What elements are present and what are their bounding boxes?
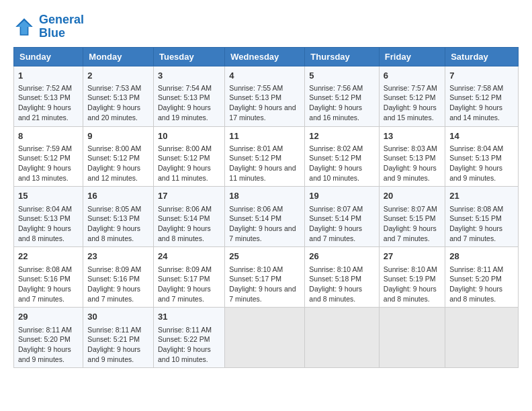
sunrise-label: Sunrise: 8:04 AM xyxy=(18,205,72,213)
day-number: 28 xyxy=(449,250,514,263)
sunset-label: Sunset: 5:13 PM xyxy=(18,214,71,222)
calendar-cell: 6Sunrise: 7:57 AMSunset: 5:12 PMDaylight… xyxy=(379,66,445,126)
day-number: 31 xyxy=(158,311,220,323)
sunrise-label: Sunrise: 8:05 AM xyxy=(87,205,141,213)
daylight-label: Daylight: 9 hours and 8 minutes. xyxy=(449,285,502,303)
sunrise-label: Sunrise: 7:58 AM xyxy=(449,84,503,92)
calendar-cell xyxy=(225,308,305,368)
day-number: 25 xyxy=(229,250,300,263)
daylight-label: Daylight: 9 hours and 7 minutes. xyxy=(158,285,211,303)
sunrise-label: Sunrise: 8:06 AM xyxy=(229,205,283,213)
sunset-label: Sunset: 5:17 PM xyxy=(229,275,281,283)
daylight-label: Daylight: 9 hours and 8 minutes. xyxy=(87,224,140,242)
sunset-label: Sunset: 5:13 PM xyxy=(18,93,71,101)
sunset-label: Sunset: 5:13 PM xyxy=(229,93,281,101)
day-number: 27 xyxy=(384,250,441,263)
day-number: 29 xyxy=(18,311,79,323)
sunrise-label: Sunrise: 8:07 AM xyxy=(309,205,363,213)
sunset-label: Sunset: 5:12 PM xyxy=(87,154,140,162)
sunset-label: Sunset: 5:12 PM xyxy=(158,154,210,162)
day-number: 19 xyxy=(309,190,375,202)
calendar-week-row: 15Sunrise: 8:04 AMSunset: 5:13 PMDayligh… xyxy=(14,187,519,247)
svg-marker-1 xyxy=(17,20,32,34)
day-number: 11 xyxy=(229,130,300,142)
sunrise-label: Sunrise: 8:00 AM xyxy=(87,144,141,152)
logo: General Blue xyxy=(13,13,84,40)
daylight-label: Daylight: 9 hours and 8 minutes. xyxy=(384,285,437,303)
sunset-label: Sunset: 5:20 PM xyxy=(449,275,502,283)
day-number: 20 xyxy=(384,190,441,202)
calendar-cell: 19Sunrise: 8:07 AMSunset: 5:14 PMDayligh… xyxy=(305,187,380,247)
day-number: 21 xyxy=(449,190,514,202)
calendar-cell: 30Sunrise: 8:11 AMSunset: 5:21 PMDayligh… xyxy=(83,308,154,368)
day-number: 2 xyxy=(87,70,149,82)
day-number: 24 xyxy=(158,250,220,263)
header-thursday: Thursday xyxy=(305,47,380,66)
day-number: 22 xyxy=(18,250,79,263)
sunrise-label: Sunrise: 7:55 AM xyxy=(229,84,283,92)
day-number: 18 xyxy=(229,190,300,202)
day-number: 14 xyxy=(449,130,514,142)
header-wednesday: Wednesday xyxy=(225,47,305,66)
sunset-label: Sunset: 5:13 PM xyxy=(158,93,210,101)
header-saturday: Saturday xyxy=(445,47,519,66)
calendar-table: SundayMondayTuesdayWednesdayThursdayFrid… xyxy=(13,47,519,369)
calendar-cell: 20Sunrise: 8:07 AMSunset: 5:15 PMDayligh… xyxy=(379,187,445,247)
daylight-label: Daylight: 9 hours and 20 minutes. xyxy=(87,103,140,122)
calendar-header-row: SundayMondayTuesdayWednesdayThursdayFrid… xyxy=(14,47,519,66)
sunrise-label: Sunrise: 8:06 AM xyxy=(158,205,212,213)
sunrise-label: Sunrise: 8:02 AM xyxy=(309,144,363,152)
sunset-label: Sunset: 5:22 PM xyxy=(158,335,210,343)
calendar-cell: 23Sunrise: 8:09 AMSunset: 5:16 PMDayligh… xyxy=(83,247,154,308)
sunset-label: Sunset: 5:14 PM xyxy=(158,214,210,222)
daylight-label: Daylight: 9 hours and 7 minutes. xyxy=(449,224,502,242)
calendar-week-row: 29Sunrise: 8:11 AMSunset: 5:20 PMDayligh… xyxy=(14,308,519,368)
daylight-label: Daylight: 9 hours and 16 minutes. xyxy=(309,103,362,122)
page-header: General Blue xyxy=(13,13,519,40)
calendar-cell: 16Sunrise: 8:05 AMSunset: 5:13 PMDayligh… xyxy=(83,187,154,247)
daylight-label: Daylight: 9 hours and 9 minutes. xyxy=(87,345,140,363)
calendar-cell: 18Sunrise: 8:06 AMSunset: 5:14 PMDayligh… xyxy=(225,187,305,247)
sunrise-label: Sunrise: 8:10 AM xyxy=(229,265,283,273)
daylight-label: Daylight: 9 hours and 7 minutes. xyxy=(309,224,362,242)
sunrise-label: Sunrise: 8:07 AM xyxy=(384,205,437,213)
sunrise-label: Sunrise: 8:08 AM xyxy=(18,265,72,273)
daylight-label: Daylight: 9 hours and 7 minutes. xyxy=(229,224,296,242)
logo-text: General Blue xyxy=(39,13,84,40)
calendar-cell: 17Sunrise: 8:06 AMSunset: 5:14 PMDayligh… xyxy=(153,187,224,247)
sunset-label: Sunset: 5:13 PM xyxy=(449,154,502,162)
daylight-label: Daylight: 9 hours and 8 minutes. xyxy=(18,224,71,242)
daylight-label: Daylight: 9 hours and 10 minutes. xyxy=(309,164,362,182)
daylight-label: Daylight: 9 hours and 11 minutes. xyxy=(229,164,296,182)
daylight-label: Daylight: 9 hours and 9 minutes. xyxy=(18,345,71,363)
calendar-cell: 25Sunrise: 8:10 AMSunset: 5:17 PMDayligh… xyxy=(225,247,305,308)
day-number: 5 xyxy=(309,70,375,82)
sunrise-label: Sunrise: 8:00 AM xyxy=(158,144,212,152)
day-number: 17 xyxy=(158,190,220,202)
sunrise-label: Sunrise: 7:59 AM xyxy=(18,144,72,152)
daylight-label: Daylight: 9 hours and 12 minutes. xyxy=(87,164,140,182)
daylight-label: Daylight: 9 hours and 7 minutes. xyxy=(18,285,71,303)
daylight-label: Daylight: 9 hours and 9 minutes. xyxy=(449,164,502,182)
sunset-label: Sunset: 5:12 PM xyxy=(309,93,361,101)
calendar-week-row: 8Sunrise: 7:59 AMSunset: 5:12 PMDaylight… xyxy=(14,126,519,187)
daylight-label: Daylight: 9 hours and 19 minutes. xyxy=(158,103,211,122)
sunset-label: Sunset: 5:18 PM xyxy=(309,275,361,283)
calendar-cell: 24Sunrise: 8:09 AMSunset: 5:17 PMDayligh… xyxy=(153,247,224,308)
calendar-cell: 22Sunrise: 8:08 AMSunset: 5:16 PMDayligh… xyxy=(14,247,83,308)
calendar-cell: 12Sunrise: 8:02 AMSunset: 5:12 PMDayligh… xyxy=(305,126,380,187)
sunset-label: Sunset: 5:14 PM xyxy=(309,214,361,222)
calendar-cell: 11Sunrise: 8:01 AMSunset: 5:12 PMDayligh… xyxy=(225,126,305,187)
day-number: 8 xyxy=(18,130,79,142)
sunrise-label: Sunrise: 8:08 AM xyxy=(449,205,503,213)
sunrise-label: Sunrise: 7:57 AM xyxy=(384,84,437,92)
sunrise-label: Sunrise: 8:09 AM xyxy=(87,265,141,273)
calendar-cell: 9Sunrise: 8:00 AMSunset: 5:12 PMDaylight… xyxy=(83,126,154,187)
day-number: 15 xyxy=(18,190,79,202)
sunset-label: Sunset: 5:16 PM xyxy=(87,275,140,283)
logo-general: General xyxy=(39,13,84,26)
day-number: 13 xyxy=(384,130,441,142)
daylight-label: Daylight: 9 hours and 15 minutes. xyxy=(384,103,437,122)
calendar-cell: 15Sunrise: 8:04 AMSunset: 5:13 PMDayligh… xyxy=(14,187,83,247)
header-friday: Friday xyxy=(379,47,445,66)
